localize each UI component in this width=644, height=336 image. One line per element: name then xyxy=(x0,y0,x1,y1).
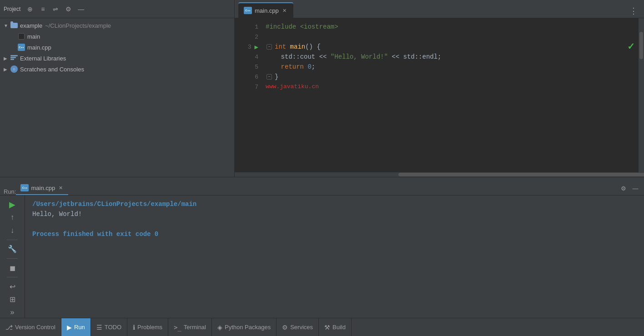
run-gutter-button[interactable]: ▶ xyxy=(255,43,258,51)
status-bar: ⎇ Version Control ▶ Run ☰ TODO ℹ Problem… xyxy=(0,318,644,336)
code-line-7: www.javatiku.cn xyxy=(266,82,644,92)
settings-button[interactable]: ⚙ xyxy=(63,4,73,14)
line-num-4: 4 xyxy=(249,52,258,62)
tree-item-root[interactable]: ▼ example ~/CLionProjects/example xyxy=(0,20,234,31)
sidebar-tree: ▼ example ~/CLionProjects/example main xyxy=(0,18,234,177)
run-status-label: Run xyxy=(74,324,85,331)
run-tabs-right: ⚙ — xyxy=(619,183,640,195)
external-libraries-label: External Libraries xyxy=(20,55,66,62)
root-label: example xyxy=(20,22,42,29)
terminal-icon: >_ xyxy=(174,324,181,331)
run-scroll-up-button[interactable]: ↑ xyxy=(5,212,19,223)
run-wrap-button[interactable]: ↩ xyxy=(5,281,19,292)
horizontal-scrollbar[interactable] xyxy=(235,172,644,177)
run-divider-3 xyxy=(7,277,18,277)
editor-area: C++ main.cpp ✕ ⋮ 1 2 3 ▶ 4 5 6 7 xyxy=(235,0,644,177)
code-line-3: – int main() { xyxy=(266,42,644,52)
python-packages-label: Python Packages xyxy=(225,324,271,331)
run-divider-2 xyxy=(7,258,18,259)
add-content-button[interactable]: ⊕ xyxy=(25,4,35,14)
tab-close-button[interactable]: ✕ xyxy=(282,7,288,14)
horizontal-scrollbar-thumb[interactable] xyxy=(398,173,644,176)
line-num-6: 6 xyxy=(249,72,258,82)
output-process-text: Process finished with exit code 0 xyxy=(32,229,158,239)
run-pin-button[interactable]: ⊞ xyxy=(5,294,19,305)
run-settings-button[interactable]: ⚙ xyxy=(619,183,629,193)
code-token: ; xyxy=(312,62,315,72)
run-expand-button[interactable]: » xyxy=(5,307,19,318)
status-item-terminal[interactable]: >_ Terminal xyxy=(168,318,212,336)
status-item-version-control[interactable]: ⎇ Version Control xyxy=(0,318,61,336)
file-ok-indicator: ✓ xyxy=(627,41,635,52)
scratches-icon: ○ xyxy=(10,65,18,73)
minimize-button[interactable]: — xyxy=(76,4,86,14)
collapse-all-button[interactable]: ≡ xyxy=(38,4,48,14)
exec-icon xyxy=(17,33,25,40)
status-item-services[interactable]: ⚙ Services xyxy=(277,318,319,336)
folder-icon xyxy=(10,22,18,29)
run-status-icon: ▶ xyxy=(67,324,72,331)
tree-item-main-cpp[interactable]: C++ main.cpp xyxy=(0,42,234,53)
run-label: Run: xyxy=(4,188,16,195)
code-token: 0 xyxy=(307,62,311,72)
run-panel-body: ▶ ↑ ↓ 🔧 ◼ ↩ ⊞ » /Users/jetbrains/CLionPr… xyxy=(0,196,644,318)
status-item-python-packages[interactable]: ◈ Python Packages xyxy=(212,318,277,336)
run-scroll-down-button[interactable]: ↓ xyxy=(5,225,19,236)
vertical-scrollbar-thumb[interactable] xyxy=(639,32,643,59)
code-token: return xyxy=(281,62,304,72)
editor-tabs: C++ main.cpp ✕ ⋮ xyxy=(235,0,644,18)
fold-gutter-6[interactable]: – xyxy=(266,73,273,80)
run-tab-cpp-icon: C++ xyxy=(20,184,29,191)
editor-tab-main-cpp[interactable]: C++ main.cpp ✕ xyxy=(238,2,293,18)
run-tab-close-button[interactable]: ✕ xyxy=(57,185,64,191)
run-divider-1 xyxy=(7,240,18,240)
line-numbers: 1 2 3 ▶ 4 5 6 7 xyxy=(235,18,262,177)
tree-item-main-exec[interactable]: main xyxy=(0,31,234,42)
code-token: :: xyxy=(292,52,300,62)
run-tabs-left: Run: C++ main.cpp ✕ xyxy=(4,181,68,195)
code-line-1: #include <iostream> xyxy=(266,22,644,32)
tree-item-external-libraries[interactable]: ▶ External Libraries xyxy=(0,53,234,64)
code-line-2 xyxy=(266,32,644,42)
fold-gutter-3[interactable]: – xyxy=(266,43,273,50)
output-line-2: Hello, World! xyxy=(32,209,637,219)
expand-all-button[interactable]: ⇌ xyxy=(50,4,60,14)
status-item-problems[interactable]: ℹ Problems xyxy=(127,318,168,336)
run-play-button[interactable]: ▶ xyxy=(5,199,19,210)
todo-label: TODO xyxy=(105,324,121,331)
output-line-1: /Users/jetbrains/CLionProjects/example/m… xyxy=(32,199,637,209)
todo-icon: ☰ xyxy=(96,324,102,331)
run-output: /Users/jetbrains/CLionProjects/example/m… xyxy=(25,196,644,318)
main-exec-label: main xyxy=(27,33,40,40)
top-area: Project ⊕ ≡ ⇌ ⚙ — ▼ example ~/CLionProje… xyxy=(0,0,644,177)
code-token: #include xyxy=(266,22,300,32)
code-token: << std xyxy=(388,52,415,62)
status-item-run[interactable]: ▶ Run xyxy=(61,318,91,336)
tree-item-scratches[interactable]: ▶ ○ Scratches and Consoles xyxy=(0,64,234,75)
run-stop-button[interactable]: ◼ xyxy=(5,262,19,273)
run-minimize-button[interactable]: — xyxy=(630,183,640,193)
code-editor[interactable]: #include <iostream> – int main() { std::… xyxy=(262,18,644,177)
code-line-5: return 0; xyxy=(266,62,644,72)
sidebar-toolbar: Project ⊕ ≡ ⇌ ⚙ — xyxy=(0,0,234,18)
scratches-label: Scratches and Consoles xyxy=(20,66,84,73)
code-line-4: std::cout << "Hello, World!" << std::end… xyxy=(266,52,644,62)
build-label: Build xyxy=(332,324,346,331)
code-token: () { xyxy=(305,42,321,52)
root-path: ~/CLionProjects/example xyxy=(45,22,111,29)
code-token: cout xyxy=(300,52,316,62)
code-token: std xyxy=(266,52,292,62)
code-token: } xyxy=(275,72,278,82)
status-item-build[interactable]: ⚒ Build xyxy=(319,318,352,336)
status-item-todo[interactable]: ☰ TODO xyxy=(91,318,127,336)
run-tab-main-cpp[interactable]: C++ main.cpp ✕ xyxy=(16,181,68,195)
code-line-6: – } xyxy=(266,72,644,82)
run-wrench-button[interactable]: 🔧 xyxy=(5,244,19,255)
vertical-scrollbar[interactable] xyxy=(639,18,644,177)
libraries-icon xyxy=(10,55,18,62)
code-token: << xyxy=(315,52,331,62)
line-num-1: 1 xyxy=(249,22,258,32)
services-label: Services xyxy=(290,324,313,331)
watermark-text: www.javatiku.cn xyxy=(266,82,319,92)
more-tabs-button[interactable]: ⋮ xyxy=(627,6,640,16)
